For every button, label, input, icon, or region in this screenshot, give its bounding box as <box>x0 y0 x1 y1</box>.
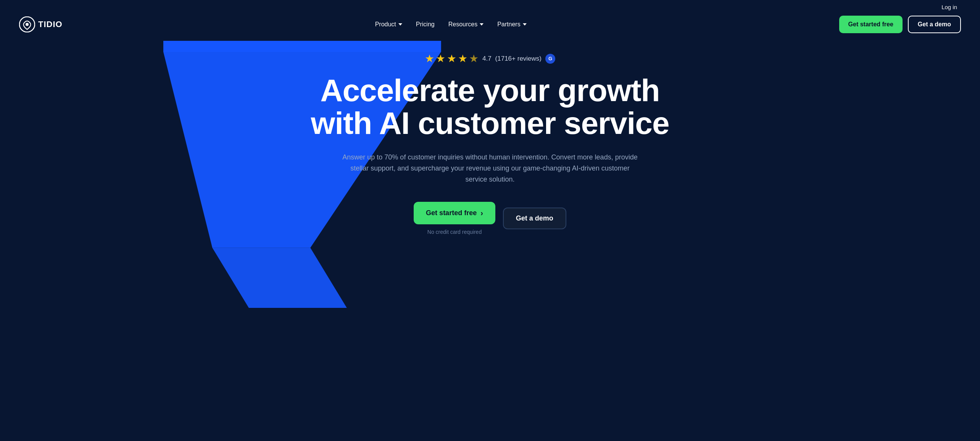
navbar: TIDIO Product Pricing Resources Partners <box>0 12 980 41</box>
star-3: ★ <box>447 52 456 65</box>
logo-text: TIDIO <box>38 19 63 29</box>
star-rating: ★ ★ ★ ★ ★ <box>425 52 479 65</box>
nav-item-pricing[interactable]: Pricing <box>416 21 435 28</box>
logo[interactable]: TIDIO <box>19 16 63 32</box>
chevron-down-icon <box>398 23 402 26</box>
hero-subtitle: Answer up to 70% of customer inquiries w… <box>341 152 639 185</box>
svg-point-1 <box>26 23 29 26</box>
hero-buttons: Get started free › No credit card requir… <box>311 202 669 235</box>
nav-cta-area: Get started free Get a demo <box>839 16 961 33</box>
nav-links: Product Pricing Resources Partners <box>375 21 527 28</box>
hero-section: ★ ★ ★ ★ ★ 4.7 (1716+ reviews) G Accelera… <box>0 41 980 308</box>
chevron-down-icon <box>523 23 527 26</box>
nav-get-demo-button[interactable]: Get a demo <box>908 16 961 33</box>
star-1: ★ <box>425 52 434 65</box>
nav-get-started-button[interactable]: Get started free <box>839 16 903 33</box>
star-4: ★ <box>458 52 467 65</box>
login-link[interactable]: Log in <box>941 4 957 10</box>
tidio-logo-icon <box>19 16 35 32</box>
nav-item-resources[interactable]: Resources <box>448 21 484 28</box>
hero-get-started-button[interactable]: Get started free › <box>414 202 495 224</box>
top-bar: Log in <box>0 0 980 12</box>
capterra-icon: G <box>545 54 555 64</box>
rating-count: (1716+ reviews) <box>495 55 542 63</box>
rating-score: 4.7 <box>482 55 492 63</box>
hero-title: Accelerate your growth with AI customer … <box>311 74 669 140</box>
nav-item-partners[interactable]: Partners <box>497 21 526 28</box>
star-2: ★ <box>436 52 445 65</box>
star-5-half: ★ <box>469 52 479 65</box>
arrow-right-icon: › <box>480 209 483 217</box>
nav-item-product[interactable]: Product <box>375 21 402 28</box>
hero-content: ★ ★ ★ ★ ★ 4.7 (1716+ reviews) G Accelera… <box>311 52 669 235</box>
chevron-down-icon <box>480 23 484 26</box>
hero-get-demo-button[interactable]: Get a demo <box>503 208 566 229</box>
rating-row: ★ ★ ★ ★ ★ 4.7 (1716+ reviews) G <box>311 52 669 65</box>
no-card-required-text: No credit card required <box>414 229 495 235</box>
